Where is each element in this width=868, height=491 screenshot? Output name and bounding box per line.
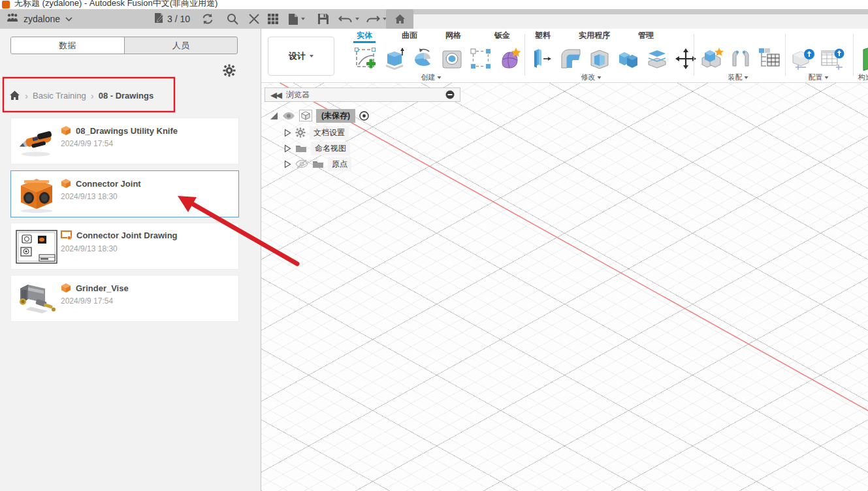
pattern-button[interactable] bbox=[466, 44, 495, 73]
file-card-utility-knife[interactable]: 08_Drawings Utility Knife 2024/9/9 17:54 bbox=[10, 118, 239, 165]
hole-button[interactable] bbox=[438, 44, 466, 73]
search-button[interactable] bbox=[226, 9, 239, 29]
undo-button[interactable] bbox=[338, 9, 359, 29]
browser-root-label: (未保存) bbox=[316, 109, 355, 123]
viewport-canvas[interactable]: ◀◀ 浏览器 (未保存) 文档设置 命名视图 bbox=[261, 83, 868, 491]
hide-dot-icon[interactable] bbox=[445, 90, 455, 99]
file-menu-button[interactable] bbox=[288, 9, 305, 29]
ribbon-separator bbox=[524, 34, 525, 76]
assemble-group-dropdown[interactable]: 装配 bbox=[728, 72, 748, 82]
file-name: 08_Drawings Utility Knife bbox=[76, 126, 178, 136]
configure-caret-icon bbox=[825, 76, 829, 79]
revolve-button[interactable] bbox=[409, 44, 438, 73]
redo-button[interactable] bbox=[366, 9, 387, 29]
configure-group-dropdown[interactable]: 配置 bbox=[809, 72, 829, 82]
create-group-icons bbox=[351, 44, 524, 73]
close-panel-button[interactable] bbox=[248, 9, 260, 29]
configure-group-icons bbox=[789, 44, 846, 73]
press-pull-button[interactable] bbox=[528, 44, 556, 73]
ground-icon[interactable] bbox=[359, 111, 369, 121]
ribbon-separator bbox=[853, 34, 854, 76]
create-form-button[interactable] bbox=[495, 44, 524, 73]
file-card-grinder-vise[interactable]: Grinder_Vise 2024/9/9 17:54 bbox=[10, 275, 239, 322]
ribbon-tab-plastic[interactable]: 塑料 bbox=[535, 30, 551, 41]
apps-grid-button[interactable] bbox=[267, 9, 279, 29]
workspace-caret-icon bbox=[310, 55, 313, 57]
file-card-connector-joint[interactable]: Connector Joint 2024/9/13 18:30 bbox=[10, 170, 239, 217]
workspace-label: 设计 bbox=[289, 50, 306, 62]
offset-face-button[interactable] bbox=[643, 44, 671, 73]
configuration-table-button[interactable] bbox=[818, 44, 846, 73]
gear-icon bbox=[295, 127, 306, 138]
undo-icon bbox=[338, 14, 353, 24]
design-cube-icon bbox=[61, 178, 71, 189]
browser-node-named-views[interactable]: 命名视图 bbox=[284, 141, 350, 155]
construct-group-label: 构造 bbox=[858, 72, 868, 82]
expand-open-icon[interactable] bbox=[270, 112, 278, 120]
refresh-button[interactable] bbox=[201, 9, 214, 29]
design-cube-icon bbox=[61, 125, 71, 136]
collapse-panel-icon[interactable]: ◀◀ bbox=[270, 90, 281, 100]
create-group-dropdown[interactable]: 创建 bbox=[421, 72, 442, 82]
breadcrumb-home-icon[interactable] bbox=[9, 90, 20, 101]
browser-node-label: 命名视图 bbox=[311, 142, 350, 155]
tab-people-label: 人员 bbox=[172, 40, 189, 52]
extrude-button[interactable] bbox=[380, 44, 409, 73]
redo-icon bbox=[366, 14, 380, 24]
eye-off-icon[interactable] bbox=[295, 159, 308, 168]
tab-data[interactable]: 数据 bbox=[11, 37, 124, 54]
file-card-connector-joint-drawing[interactable]: Connector Joint Drawing 2024/9/13 18:30 bbox=[10, 223, 239, 270]
folder-icon bbox=[295, 144, 307, 153]
joint-button[interactable] bbox=[726, 44, 755, 73]
data-panel: 数据 人员 › Basic Training › 08 - Drawings 0… bbox=[0, 29, 261, 491]
ribbon-tab-solid[interactable]: 实体 bbox=[357, 30, 372, 41]
assemble-caret-icon bbox=[745, 76, 748, 79]
ribbon-tab-surface[interactable]: 曲面 bbox=[402, 30, 417, 41]
create-sketch-button[interactable] bbox=[351, 44, 380, 73]
shell-button[interactable] bbox=[585, 44, 614, 73]
browser-node-label: 文档设置 bbox=[310, 126, 349, 140]
save-button[interactable] bbox=[317, 9, 329, 29]
breadcrumb-sep-icon: › bbox=[25, 90, 28, 101]
account-menu[interactable]: zydalone bbox=[7, 9, 72, 29]
browser-node-doc-settings[interactable]: 文档设置 bbox=[284, 125, 349, 140]
file-thumbnail bbox=[15, 227, 58, 267]
browser-header[interactable]: ◀◀ 浏览器 bbox=[265, 87, 460, 102]
ribbon-separator bbox=[694, 34, 694, 76]
breadcrumb-sep-icon: › bbox=[91, 90, 94, 101]
construct-plane-button[interactable] bbox=[857, 44, 868, 73]
tab-people[interactable]: 人员 bbox=[124, 37, 238, 54]
expand-closed-icon[interactable] bbox=[284, 144, 291, 153]
edit-counter[interactable]: 3 / 10 bbox=[153, 9, 190, 29]
panel-settings-button[interactable] bbox=[223, 64, 236, 77]
browser-root-row[interactable]: (未保存) bbox=[270, 108, 369, 123]
configuration-button[interactable] bbox=[789, 44, 818, 73]
configure-group-label: 配置 bbox=[809, 72, 823, 82]
browser-node-origin[interactable]: 原点 bbox=[284, 157, 351, 171]
ribbon-tab-sheetmetal[interactable]: 钣金 bbox=[494, 30, 510, 41]
eye-icon[interactable] bbox=[282, 112, 295, 120]
file-thumbnail bbox=[15, 121, 58, 162]
modify-group-dropdown[interactable]: 修改 bbox=[581, 72, 602, 82]
search-icon bbox=[226, 12, 239, 25]
document-cube-icon bbox=[299, 110, 312, 121]
expand-closed-icon[interactable] bbox=[284, 129, 291, 137]
home-tab[interactable] bbox=[386, 9, 413, 29]
new-component-button[interactable] bbox=[698, 44, 726, 73]
x-axis-line bbox=[261, 83, 868, 491]
ribbon-tab-manage[interactable]: 管理 bbox=[638, 30, 654, 41]
combine-button[interactable] bbox=[614, 44, 643, 73]
ribbon-tab-utilities[interactable]: 实用程序 bbox=[579, 30, 610, 41]
modify-caret-icon bbox=[598, 76, 602, 79]
expand-closed-icon[interactable] bbox=[284, 160, 291, 168]
fillet-button[interactable] bbox=[556, 44, 585, 73]
move-button[interactable] bbox=[671, 44, 700, 73]
component-hierarchy-button[interactable] bbox=[755, 44, 784, 73]
edit-counter-value: 3 / 10 bbox=[167, 14, 190, 24]
workspace-selector[interactable]: 设计 bbox=[268, 37, 334, 76]
design-cube-icon bbox=[61, 283, 71, 293]
breadcrumb-item-basic-training[interactable]: Basic Training bbox=[33, 91, 86, 101]
assemble-group-icons bbox=[698, 44, 784, 73]
ribbon-tab-mesh[interactable]: 网格 bbox=[445, 30, 461, 41]
construct-group-dropdown[interactable]: 构造 bbox=[858, 72, 868, 82]
